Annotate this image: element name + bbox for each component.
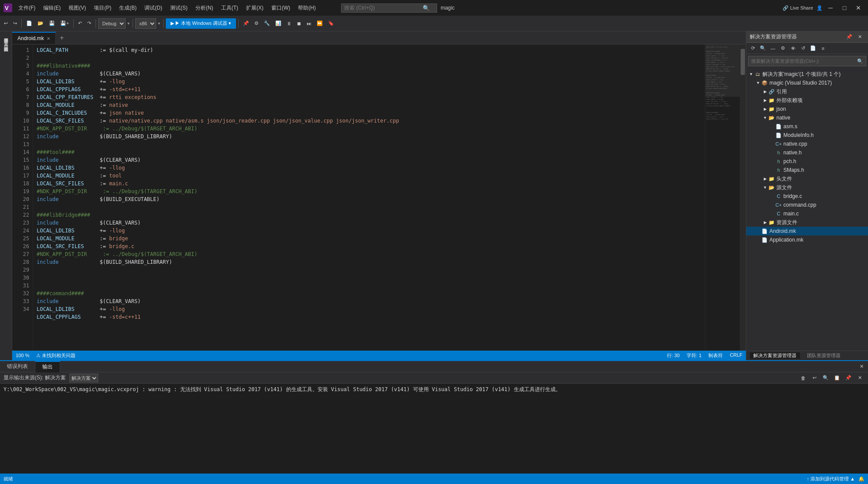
se-refresh-button[interactable]: ↺ bbox=[798, 44, 808, 53]
tree-native-h[interactable]: h native.h bbox=[746, 148, 868, 157]
search-input[interactable] bbox=[344, 5, 423, 11]
menu-edit[interactable]: 编辑(E) bbox=[40, 3, 64, 14]
tree-android-mk[interactable]: 📄 Android.mk bbox=[746, 227, 868, 235]
menu-file[interactable]: 文件(F) bbox=[15, 3, 39, 14]
menu-tools[interactable]: 工具(T) bbox=[218, 3, 242, 14]
config-select[interactable]: Debug bbox=[98, 18, 126, 29]
solution-search-input[interactable] bbox=[751, 58, 857, 64]
start-debug-button[interactable]: ▶ ▶ 本地 Windows 调试器 ▾ bbox=[166, 18, 236, 29]
se-collapse-button[interactable]: — bbox=[768, 44, 778, 53]
code-editor[interactable]: 12345 678910 1112131415 1617181920 21222… bbox=[12, 44, 746, 351]
team-explorer-tab[interactable]: 团队资源管理器 bbox=[803, 352, 844, 359]
menu-analyze[interactable]: 分析(N) bbox=[192, 3, 217, 14]
bottom-panel-close-button[interactable]: ✕ bbox=[857, 362, 866, 371]
new-project-button[interactable]: 📄 bbox=[24, 18, 34, 29]
toolbar-btn1[interactable]: ⚙ bbox=[252, 18, 261, 29]
search-box[interactable]: 🔍 bbox=[341, 3, 437, 13]
tree-moduleinfo-h[interactable]: 📄 ModuleInfo.h bbox=[746, 131, 868, 140]
toolbar-btn7[interactable]: ⏩ bbox=[314, 18, 325, 29]
se-preview-button[interactable]: 👁 bbox=[788, 44, 798, 53]
issues-indicator[interactable]: ⚠ 未找到相关问题 bbox=[36, 352, 75, 359]
toolbar-btn8[interactable]: 🔖 bbox=[326, 18, 336, 29]
bottom-area: 错误列表 输出 ✕ 显示输出来源(S): 解决方案 解决方案 🗑 ↩ 🔍 📋 📌… bbox=[0, 360, 868, 474]
tab-close-button[interactable]: ✕ bbox=[47, 36, 50, 41]
tree-pch-h[interactable]: h pch.h bbox=[746, 157, 868, 166]
tree-application-mk[interactable]: 📄 Application.mk bbox=[746, 235, 868, 244]
notification-icon[interactable]: 🔔 bbox=[858, 476, 865, 482]
tree-smaps-h[interactable]: h SMaps.h bbox=[746, 166, 868, 174]
tree-external-deps[interactable]: ▶ 📁 外部依赖项 bbox=[746, 96, 868, 105]
toolbar-btn5[interactable]: ⏹ bbox=[294, 18, 304, 29]
se-sync-button[interactable]: ⟳ bbox=[748, 44, 758, 53]
sidebar-server-explorer[interactable]: 服务器资源管理器 bbox=[1, 33, 11, 37]
save-button[interactable]: 💾 bbox=[47, 18, 57, 29]
menu-project[interactable]: 项目(P) bbox=[90, 3, 115, 14]
tree-command-cpp[interactable]: C+ command.cpp bbox=[746, 201, 868, 209]
undo2-button[interactable]: ↶ bbox=[76, 18, 84, 29]
toolbar-btn6[interactable]: ⏭ bbox=[304, 18, 314, 29]
header-label: 头文件 bbox=[776, 175, 792, 183]
tab-add-button[interactable]: + bbox=[56, 32, 68, 44]
error-list-tab[interactable]: 错误列表 bbox=[0, 361, 35, 372]
redo-button[interactable]: ↪ bbox=[11, 18, 19, 29]
minimize-button[interactable]: ─ bbox=[824, 2, 837, 14]
output-source-select[interactable]: 解决方案 bbox=[69, 374, 98, 382]
toolbar-btn2[interactable]: 🔧 bbox=[262, 18, 272, 29]
se-show-all-button[interactable]: ≡ bbox=[818, 44, 828, 53]
se-new-file-button[interactable]: 📄 bbox=[808, 44, 818, 53]
solution-search[interactable]: 🔍 bbox=[748, 56, 866, 66]
scrollbar-thumb[interactable] bbox=[741, 49, 745, 75]
sidebar-team-explorer[interactable]: 团队资源管理器 bbox=[1, 42, 11, 45]
menu-debug[interactable]: 调试(D) bbox=[141, 3, 166, 14]
tree-solution-root[interactable]: ▼ 🗂 解决方案'magic'(1 个项目/共 1 个) bbox=[746, 70, 868, 78]
menu-view[interactable]: 视图(V) bbox=[65, 3, 89, 14]
output-pin-button[interactable]: 📌 bbox=[844, 374, 853, 382]
save-all-button[interactable]: 💾+ bbox=[58, 18, 71, 29]
tree-asm-s[interactable]: 📄 asm.s bbox=[746, 122, 868, 131]
output-tab[interactable]: 输出 bbox=[35, 361, 60, 372]
command-cpp-icon: C+ bbox=[775, 201, 782, 208]
sidebar-toolbox[interactable]: 工具箱 bbox=[1, 37, 11, 41]
se-filter-button[interactable]: 🔍 bbox=[758, 44, 768, 53]
panel-close-button[interactable]: ✕ bbox=[855, 33, 865, 41]
toolbar-btn3[interactable]: 📊 bbox=[273, 18, 284, 29]
menu-extensions[interactable]: 扩展(X) bbox=[243, 3, 267, 14]
solution-explorer-tab[interactable]: 解决方案资源管理器 bbox=[750, 352, 800, 359]
output-copy-button[interactable]: 📋 bbox=[832, 374, 842, 382]
tab-android-mk[interactable]: Android.mk ✕ bbox=[12, 32, 56, 44]
maximize-button[interactable]: □ bbox=[838, 2, 851, 14]
redo2-button[interactable]: ↷ bbox=[85, 18, 93, 29]
output-close-button[interactable]: ✕ bbox=[855, 374, 865, 382]
code-content[interactable]: LOCAL_PATH := $(call my-dir) ####libnati… bbox=[33, 44, 705, 351]
tree-native-cpp[interactable]: C+ native.cpp bbox=[746, 140, 868, 148]
panel-pin-button[interactable]: 📌 bbox=[844, 33, 854, 41]
open-button[interactable]: 📂 bbox=[35, 18, 46, 29]
attach-button[interactable]: 📌 bbox=[241, 18, 251, 29]
tree-json-folder[interactable]: ▶ 📁 json bbox=[746, 105, 868, 113]
platform-select[interactable]: x86 bbox=[135, 18, 156, 29]
tree-native-folder[interactable]: ▼ 📂 native bbox=[746, 113, 868, 122]
se-properties-button[interactable]: ⚙ bbox=[778, 44, 788, 53]
menu-window[interactable]: 窗口(W) bbox=[268, 3, 294, 14]
close-button[interactable]: ✕ bbox=[852, 2, 865, 14]
tree-bridge-c[interactable]: C bridge.c bbox=[746, 192, 868, 201]
tree-source-files[interactable]: ▼ 📂 源文件 bbox=[746, 183, 868, 192]
toolbar-btn4[interactable]: ⏸ bbox=[284, 18, 294, 29]
menu-build[interactable]: 生成(B) bbox=[116, 3, 140, 14]
source-control-button[interactable]: ↑ 添加到源代码管理 ▲ bbox=[807, 476, 855, 482]
output-clear-button[interactable]: 🗑 bbox=[798, 374, 808, 382]
tree-project-root[interactable]: ▼ 📦 magic (Visual Studio 2017) bbox=[746, 78, 868, 87]
menu-help[interactable]: 帮助(H) bbox=[294, 3, 319, 14]
tree-main-c[interactable]: C main.c bbox=[746, 209, 868, 218]
toolbar-sep5 bbox=[163, 19, 164, 28]
profile-icon[interactable]: 👤 bbox=[817, 5, 823, 11]
menu-test[interactable]: 测试(S) bbox=[167, 3, 191, 14]
vertical-scrollbar[interactable] bbox=[740, 44, 746, 351]
undo-button[interactable]: ↩ bbox=[2, 18, 10, 29]
tree-resource-files[interactable]: ▶ 📁 资源文件 bbox=[746, 218, 868, 227]
tree-header-files[interactable]: ▶ 📁 头文件 bbox=[746, 174, 868, 183]
output-find-button[interactable]: 🔍 bbox=[821, 374, 830, 382]
liveshare-label[interactable]: 🔗 Live Share bbox=[783, 5, 813, 11]
output-wrap-button[interactable]: ↩ bbox=[810, 374, 819, 382]
tree-references[interactable]: ▶ 🔗 引用 bbox=[746, 87, 868, 96]
